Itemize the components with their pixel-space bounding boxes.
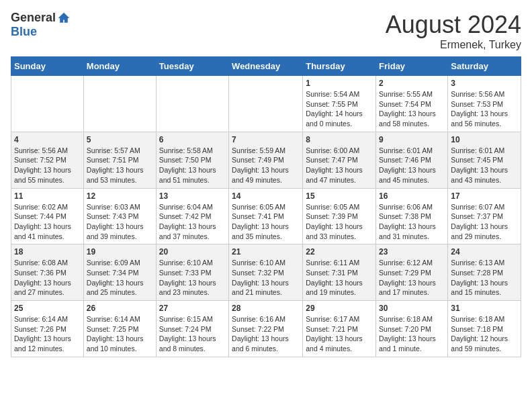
day-info: Sunrise: 6:18 AM Sunset: 7:18 PM Dayligh…: [451, 315, 508, 353]
table-row: 7Sunrise: 5:59 AM Sunset: 7:49 PM Daylig…: [229, 132, 303, 188]
day-number: 27: [159, 304, 226, 313]
day-info: Sunrise: 6:11 AM Sunset: 7:31 PM Dayligh…: [306, 259, 363, 296]
table-row: 13Sunrise: 6:04 AM Sunset: 7:42 PM Dayli…: [156, 188, 228, 244]
logo: General Blue: [11, 11, 71, 39]
day-number: 20: [159, 247, 226, 257]
day-info: Sunrise: 6:01 AM Sunset: 7:45 PM Dayligh…: [451, 146, 508, 184]
day-info: Sunrise: 5:56 AM Sunset: 7:53 PM Dayligh…: [451, 90, 508, 128]
table-row: 12Sunrise: 6:03 AM Sunset: 7:43 PM Dayli…: [83, 188, 156, 244]
calendar-week-5: 25Sunrise: 6:14 AM Sunset: 7:26 PM Dayli…: [11, 301, 521, 357]
day-number: 31: [451, 304, 518, 313]
page-header: General Blue August 2024 Ermenek, Turkey: [11, 11, 521, 51]
day-info: Sunrise: 5:55 AM Sunset: 7:54 PM Dayligh…: [379, 90, 436, 128]
day-number: 3: [451, 79, 518, 88]
day-info: Sunrise: 5:58 AM Sunset: 7:50 PM Dayligh…: [159, 146, 216, 184]
table-row: 27Sunrise: 6:15 AM Sunset: 7:24 PM Dayli…: [156, 301, 228, 357]
day-info: Sunrise: 5:54 AM Sunset: 7:55 PM Dayligh…: [306, 90, 363, 128]
day-number: 25: [14, 304, 81, 313]
table-row: 22Sunrise: 6:11 AM Sunset: 7:31 PM Dayli…: [303, 244, 376, 301]
table-row: 10Sunrise: 6:01 AM Sunset: 7:45 PM Dayli…: [448, 132, 521, 188]
day-number: 9: [379, 135, 445, 144]
day-number: 1: [306, 79, 373, 88]
day-number: 24: [451, 247, 518, 257]
table-row: 20Sunrise: 6:10 AM Sunset: 7:33 PM Dayli…: [156, 244, 228, 301]
table-row: 28Sunrise: 6:16 AM Sunset: 7:22 PM Dayli…: [229, 301, 303, 357]
day-number: 15: [306, 191, 373, 201]
weekday-header-row: Sunday Monday Tuesday Wednesday Thursday…: [11, 57, 521, 76]
table-row: 5Sunrise: 5:57 AM Sunset: 7:51 PM Daylig…: [83, 132, 156, 188]
day-number: 13: [159, 191, 226, 201]
day-info: Sunrise: 6:10 AM Sunset: 7:32 PM Dayligh…: [232, 259, 289, 296]
header-tuesday: Tuesday: [156, 57, 228, 76]
day-info: Sunrise: 5:57 AM Sunset: 7:51 PM Dayligh…: [87, 146, 144, 184]
day-info: Sunrise: 6:17 AM Sunset: 7:21 PM Dayligh…: [306, 315, 363, 353]
table-row: 8Sunrise: 6:00 AM Sunset: 7:47 PM Daylig…: [303, 132, 376, 188]
header-friday: Friday: [376, 57, 448, 76]
day-number: 21: [232, 247, 300, 257]
day-info: Sunrise: 6:06 AM Sunset: 7:38 PM Dayligh…: [379, 203, 436, 240]
day-number: 16: [379, 191, 445, 201]
table-row: 1Sunrise: 5:54 AM Sunset: 7:55 PM Daylig…: [303, 76, 376, 132]
calendar-week-2: 4Sunrise: 5:56 AM Sunset: 7:52 PM Daylig…: [11, 132, 521, 188]
title-section: August 2024 Ermenek, Turkey: [386, 11, 521, 51]
table-row: 11Sunrise: 6:02 AM Sunset: 7:44 PM Dayli…: [11, 188, 84, 244]
calendar-week-3: 11Sunrise: 6:02 AM Sunset: 7:44 PM Dayli…: [11, 188, 521, 244]
day-info: Sunrise: 6:16 AM Sunset: 7:22 PM Dayligh…: [232, 315, 289, 353]
day-info: Sunrise: 6:05 AM Sunset: 7:39 PM Dayligh…: [306, 203, 363, 240]
table-row: 3Sunrise: 5:56 AM Sunset: 7:53 PM Daylig…: [448, 76, 521, 132]
day-info: Sunrise: 6:00 AM Sunset: 7:47 PM Dayligh…: [306, 146, 363, 184]
day-info: Sunrise: 6:12 AM Sunset: 7:29 PM Dayligh…: [379, 259, 436, 296]
table-row: [11, 76, 84, 132]
day-number: 12: [87, 191, 153, 201]
header-wednesday: Wednesday: [229, 57, 303, 76]
day-info: Sunrise: 6:08 AM Sunset: 7:36 PM Dayligh…: [14, 259, 71, 296]
day-number: 29: [306, 304, 373, 313]
table-row: 6Sunrise: 5:58 AM Sunset: 7:50 PM Daylig…: [156, 132, 228, 188]
header-sunday: Sunday: [11, 57, 84, 76]
table-row: 2Sunrise: 5:55 AM Sunset: 7:54 PM Daylig…: [376, 76, 448, 132]
day-number: 5: [87, 135, 153, 144]
table-row: 16Sunrise: 6:06 AM Sunset: 7:38 PM Dayli…: [376, 188, 448, 244]
day-number: 17: [451, 191, 518, 201]
day-number: 22: [306, 247, 373, 257]
table-row: 26Sunrise: 6:14 AM Sunset: 7:25 PM Dayli…: [83, 301, 156, 357]
calendar-week-4: 18Sunrise: 6:08 AM Sunset: 7:36 PM Dayli…: [11, 244, 521, 301]
day-info: Sunrise: 6:02 AM Sunset: 7:44 PM Dayligh…: [14, 203, 71, 240]
day-number: 18: [14, 247, 81, 257]
day-info: Sunrise: 6:05 AM Sunset: 7:41 PM Dayligh…: [232, 203, 289, 240]
month-year-title: August 2024: [386, 11, 521, 39]
header-saturday: Saturday: [448, 57, 521, 76]
day-number: 4: [14, 135, 81, 144]
day-info: Sunrise: 6:14 AM Sunset: 7:26 PM Dayligh…: [14, 315, 71, 353]
day-number: 7: [232, 135, 300, 144]
table-row: 4Sunrise: 5:56 AM Sunset: 7:52 PM Daylig…: [11, 132, 84, 188]
day-info: Sunrise: 5:56 AM Sunset: 7:52 PM Dayligh…: [14, 146, 71, 184]
table-row: 30Sunrise: 6:18 AM Sunset: 7:20 PM Dayli…: [376, 301, 448, 357]
table-row: 14Sunrise: 6:05 AM Sunset: 7:41 PM Dayli…: [229, 188, 303, 244]
table-row: 19Sunrise: 6:09 AM Sunset: 7:34 PM Dayli…: [83, 244, 156, 301]
day-info: Sunrise: 6:18 AM Sunset: 7:20 PM Dayligh…: [379, 315, 436, 353]
day-number: 26: [87, 304, 153, 313]
table-row: [156, 76, 228, 132]
logo-icon: [57, 11, 71, 25]
logo-blue-text: Blue: [11, 25, 37, 39]
table-row: 17Sunrise: 6:07 AM Sunset: 7:37 PM Dayli…: [448, 188, 521, 244]
day-info: Sunrise: 5:59 AM Sunset: 7:49 PM Dayligh…: [232, 146, 289, 184]
calendar-week-1: 1Sunrise: 5:54 AM Sunset: 7:55 PM Daylig…: [11, 76, 521, 132]
day-number: 28: [232, 304, 300, 313]
day-number: 11: [14, 191, 81, 201]
table-row: 15Sunrise: 6:05 AM Sunset: 7:39 PM Dayli…: [303, 188, 376, 244]
day-info: Sunrise: 6:15 AM Sunset: 7:24 PM Dayligh…: [159, 315, 216, 353]
location-subtitle: Ermenek, Turkey: [386, 39, 521, 51]
header-thursday: Thursday: [303, 57, 376, 76]
day-info: Sunrise: 6:09 AM Sunset: 7:34 PM Dayligh…: [87, 259, 144, 296]
table-row: 25Sunrise: 6:14 AM Sunset: 7:26 PM Dayli…: [11, 301, 84, 357]
day-info: Sunrise: 6:04 AM Sunset: 7:42 PM Dayligh…: [159, 203, 216, 240]
day-number: 30: [379, 304, 445, 313]
table-row: 29Sunrise: 6:17 AM Sunset: 7:21 PM Dayli…: [303, 301, 376, 357]
day-number: 14: [232, 191, 300, 201]
day-info: Sunrise: 6:03 AM Sunset: 7:43 PM Dayligh…: [87, 203, 144, 240]
day-info: Sunrise: 6:01 AM Sunset: 7:46 PM Dayligh…: [379, 146, 436, 184]
table-row: 31Sunrise: 6:18 AM Sunset: 7:18 PM Dayli…: [448, 301, 521, 357]
day-info: Sunrise: 6:07 AM Sunset: 7:37 PM Dayligh…: [451, 203, 508, 240]
